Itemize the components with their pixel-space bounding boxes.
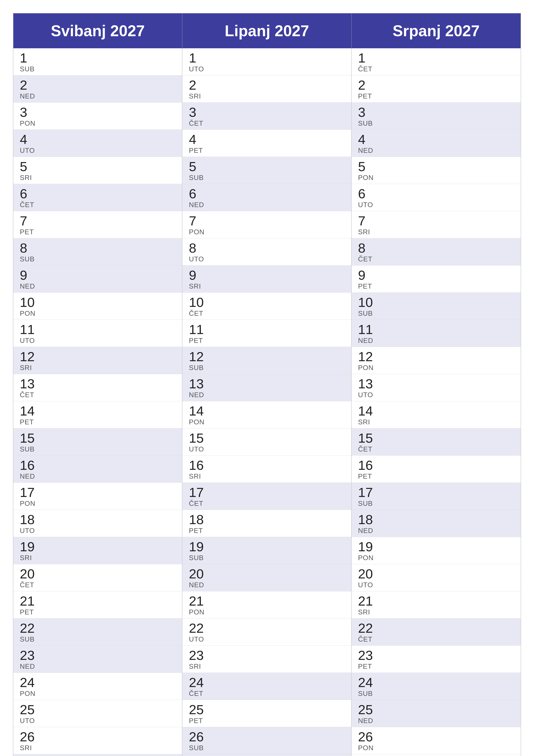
day-row: 10SUB: [352, 293, 521, 320]
day-row: 3ČET: [182, 103, 351, 130]
day-row: 21SRI: [352, 591, 521, 618]
day-row: 4UTO: [13, 130, 182, 157]
day-row: 6ČET: [13, 184, 182, 211]
day-row: 14PON: [182, 401, 351, 428]
day-row: 9SRI: [182, 265, 351, 293]
day-row: 19SRI: [13, 537, 182, 564]
day-row: 9PET: [352, 265, 521, 293]
day-row: 17SUB: [352, 483, 521, 510]
day-row: 13UTO: [352, 374, 521, 401]
day-row: 20ČET: [13, 564, 182, 591]
day-row: 14SRI: [352, 401, 521, 428]
day-row: 15SUB: [13, 428, 182, 456]
day-row: 20NED: [182, 564, 351, 591]
day-row: 1UTO: [182, 48, 351, 75]
day-row: 27UTO: [352, 754, 521, 756]
day-row: 17ČET: [182, 483, 351, 510]
day-row: 12PON: [352, 347, 521, 374]
day-row: 12SUB: [182, 347, 351, 374]
day-row: 18UTO: [13, 510, 182, 537]
day-row: 11NED: [352, 320, 521, 347]
day-row: 22ČET: [352, 618, 521, 646]
day-row: 9NED: [13, 265, 182, 293]
day-row: 6UTO: [352, 184, 521, 211]
day-row: 1ČET: [352, 48, 521, 75]
day-row: 26SRI: [13, 727, 182, 754]
column-srpanj: 1ČET2PET3SUB4NED5PON6UTO7SRI8ČET9PET10SU…: [352, 48, 521, 756]
day-row: 2PET: [352, 75, 521, 103]
day-row: 13NED: [182, 374, 351, 401]
day-row: 25PET: [182, 700, 351, 727]
day-row: 7PON: [182, 211, 351, 238]
day-row: 8SUB: [13, 238, 182, 265]
day-row: 24SUB: [352, 673, 521, 700]
day-row: 25UTO: [13, 700, 182, 727]
day-row: 26SUB: [182, 727, 351, 754]
day-row: 10ČET: [182, 293, 351, 320]
day-row: 3PON: [13, 103, 182, 130]
month-header-svibanj: Svibanj 2027: [13, 14, 182, 48]
day-row: 5SUB: [182, 157, 351, 184]
day-row: 24PON: [13, 673, 182, 700]
day-row: 8ČET: [352, 238, 521, 265]
day-row: 18PET: [182, 510, 351, 537]
day-row: 23NED: [13, 646, 182, 673]
day-row: 22SUB: [13, 618, 182, 646]
day-row: 20UTO: [352, 564, 521, 591]
day-row: 21PON: [182, 591, 351, 618]
day-row: 14PET: [13, 401, 182, 428]
day-row: 4NED: [352, 130, 521, 157]
day-row: 21PET: [13, 591, 182, 618]
day-row: 8UTO: [182, 238, 351, 265]
month-header-lipanj: Lipanj 2027: [182, 14, 351, 48]
day-row: 2SRI: [182, 75, 351, 103]
calendar-header: Svibanj 2027 Lipanj 2027 Srpanj 2027: [13, 14, 521, 48]
day-row: 27ČET: [13, 754, 182, 756]
day-row: 23PET: [352, 646, 521, 673]
day-row: 15ČET: [352, 428, 521, 456]
day-row: 27NED: [182, 754, 351, 756]
day-row: 11PET: [182, 320, 351, 347]
day-row: 2NED: [13, 75, 182, 103]
day-row: 4PET: [182, 130, 351, 157]
day-row: 1SUB: [13, 48, 182, 75]
day-row: 16PET: [352, 456, 521, 483]
day-row: 16NED: [13, 456, 182, 483]
day-row: 15UTO: [182, 428, 351, 456]
day-row: 6NED: [182, 184, 351, 211]
day-row: 16SRI: [182, 456, 351, 483]
day-row: 10PON: [13, 293, 182, 320]
day-row: 18NED: [352, 510, 521, 537]
day-row: 19PON: [352, 537, 521, 564]
day-row: 5PON: [352, 157, 521, 184]
day-row: 12SRI: [13, 347, 182, 374]
day-row: 24ČET: [182, 673, 351, 700]
day-row: 7PET: [13, 211, 182, 238]
day-row: 19SUB: [182, 537, 351, 564]
day-row: 11UTO: [13, 320, 182, 347]
day-row: 25NED: [352, 700, 521, 727]
calendar-body: 1SUB2NED3PON4UTO5SRI6ČET7PET8SUB9NED10PO…: [13, 48, 521, 756]
day-row: 22UTO: [182, 618, 351, 646]
day-row: 23SRI: [182, 646, 351, 673]
day-row: 13ČET: [13, 374, 182, 401]
calendar-container: Svibanj 2027 Lipanj 2027 Srpanj 2027 1SU…: [13, 13, 521, 756]
column-svibanj: 1SUB2NED3PON4UTO5SRI6ČET7PET8SUB9NED10PO…: [13, 48, 182, 756]
day-row: 17PON: [13, 483, 182, 510]
month-header-srpanj: Srpanj 2027: [352, 14, 521, 48]
column-lipanj: 1UTO2SRI3ČET4PET5SUB6NED7PON8UTO9SRI10ČE…: [182, 48, 351, 756]
day-row: 5SRI: [13, 157, 182, 184]
day-row: 26PON: [352, 727, 521, 754]
day-row: 3SUB: [352, 103, 521, 130]
day-row: 7SRI: [352, 211, 521, 238]
